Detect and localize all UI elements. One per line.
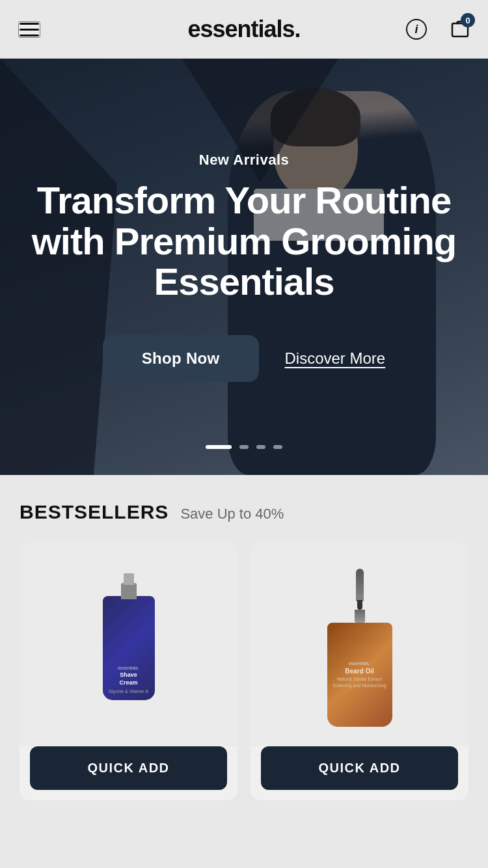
brand-name: essentials. [187,16,300,42]
tube-brand-label: essentials. [118,666,139,670]
carousel-dot-4[interactable] [273,445,282,449]
header-left [18,21,40,38]
shave-cream-tube: essentials. ShaveCream Glycine & Vitamin… [103,596,155,700]
bestsellers-section: BESTSELLERS Save Up to 40% essentials. S… [0,475,488,820]
bottle-brand-label: essentials. [349,661,370,666]
dropper-top [356,569,364,601]
carousel-dot-2[interactable] [239,445,249,449]
shop-now-button[interactable]: Shop Now [103,335,259,382]
bottle-neck [355,610,365,623]
product-image-beard-oil: essentials. Beard Oil Natural Jojoba Ext… [251,543,468,746]
hero-content: New Arrivals Transform Your Routine with… [0,59,488,475]
cart-badge: 0 [461,13,475,27]
quick-add-shave-cream-button[interactable]: QUICK ADD [30,746,227,790]
shave-cream-product: essentials. ShaveCream Glycine & Vitamin… [103,596,155,700]
products-grid: essentials. ShaveCream Glycine & Vitamin… [20,543,468,800]
product-image-shave-cream: essentials. ShaveCream Glycine & Vitamin… [20,543,237,746]
product-card-shave-cream: essentials. ShaveCream Glycine & Vitamin… [20,543,237,800]
dropper-tip [357,600,362,610]
carousel-dot-1[interactable] [206,445,232,449]
product-card-beard-oil: essentials. Beard Oil Natural Jojoba Ext… [251,543,468,800]
cart-button[interactable]: 0 [450,18,470,40]
quick-add-beard-oil-button[interactable]: QUICK ADD [261,746,458,790]
hamburger-menu-button[interactable] [18,21,40,38]
bottle-body: essentials. Beard Oil Natural Jojoba Ext… [327,623,392,727]
header-right: i 0 [406,18,470,40]
hero-buttons: Shop Now Discover More [103,335,385,382]
bottle-desc-label: Natural Jojoba ExtractSoftening and Mois… [329,676,390,688]
bestsellers-title: BESTSELLERS [20,501,169,523]
header: essentials. i 0 [0,0,488,59]
bestsellers-header: BESTSELLERS Save Up to 40% [20,501,468,523]
hero-subtitle: New Arrivals [199,152,289,169]
bottle-name-label: Beard Oil [340,667,379,676]
carousel-dots [206,445,282,449]
carousel-dot-3[interactable] [256,445,265,449]
discover-more-button[interactable]: Discover More [285,349,386,368]
beard-oil-product: essentials. Beard Oil Natural Jojoba Ext… [327,569,392,727]
info-icon[interactable]: i [406,19,427,40]
hero-title: Transform Your Routine with Premium Groo… [26,180,462,303]
tube-name-label: ShaveCream [119,671,137,686]
tube-desc-label: Glycine & Vitamin E [109,689,149,694]
hero-section: New Arrivals Transform Your Routine with… [0,59,488,475]
header-center: essentials. [187,16,300,43]
bestsellers-subtitle: Save Up to 40% [180,506,284,522]
